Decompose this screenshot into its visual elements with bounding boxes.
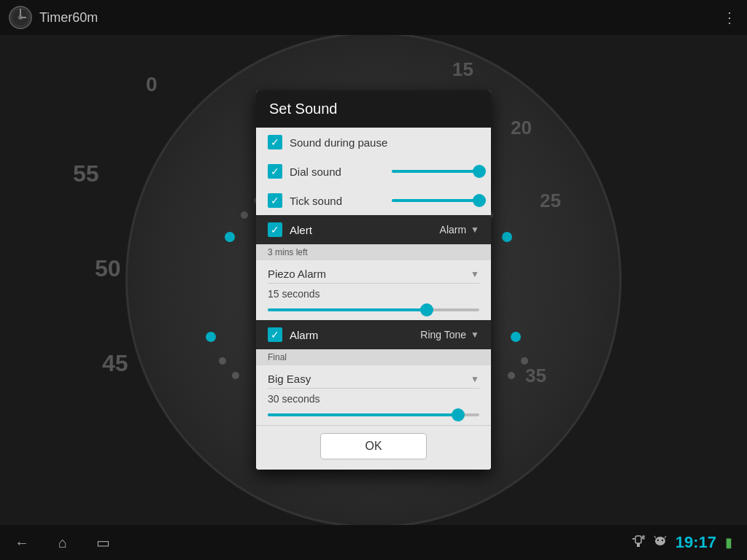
big-easy-arrow-icon: ▼ (471, 374, 479, 384)
dial-sound-slider[interactable] (392, 170, 479, 173)
tick-sound-checkbox[interactable]: ✓ (268, 193, 282, 208)
bottom-nav-icons: ← ⌂ ▭ (15, 534, 110, 551)
top-bar-outer: Timer60m ⋮ (0, 0, 747, 35)
alarm-dropdown-arrow: ▼ (471, 330, 479, 340)
battery-icon: ▮ (725, 534, 732, 551)
big-easy-row[interactable]: Big Easy ▼ (256, 365, 491, 388)
android-icon (654, 534, 667, 551)
checkmark-icon-4: ✓ (271, 224, 279, 236)
svg-point-17 (657, 540, 659, 541)
final-sub-label-text: Final (268, 352, 287, 362)
alarm-duration-text: 30 seconds (268, 393, 479, 405)
alert-dropdown[interactable]: Alarm ▼ (320, 224, 479, 236)
dial-sound-fill (392, 170, 479, 173)
bottom-right-status: 19:17 ▮ (632, 533, 732, 552)
alert-dropdown-value: Alarm (440, 224, 467, 236)
tick-sound-row[interactable]: ✓ Tick sound (256, 186, 491, 215)
alarm-duration-fill (268, 413, 458, 416)
final-sub-label: Final (256, 349, 491, 365)
dial-sound-label: Dial sound (290, 166, 384, 178)
svg-rect-14 (632, 538, 634, 540)
svg-rect-11 (635, 536, 641, 543)
alert-checkbox[interactable]: ✓ (268, 222, 282, 237)
bottom-bar: ← ⌂ ▭ 19:17 ▮ (0, 525, 747, 560)
dial-sound-checkbox[interactable]: ✓ (268, 164, 282, 179)
alert-duration-text: 15 seconds (268, 288, 479, 300)
alarm-section-header: ✓ Alarm Ring Tone ▼ (256, 320, 491, 349)
big-easy-label: Big Easy (268, 373, 311, 385)
overflow-menu-outer[interactable]: ⋮ (722, 9, 738, 26)
svg-line-19 (654, 536, 656, 538)
alert-section-header: ✓ Alert Alarm ▼ (256, 215, 491, 244)
checkmark-icon-3: ✓ (271, 195, 279, 206)
alert-duration-row: 15 seconds (256, 284, 491, 320)
checkmark-icon-5: ✓ (271, 329, 279, 341)
alert-dropdown-arrow: ▼ (471, 225, 479, 235)
alert-duration-slider[interactable] (268, 303, 479, 317)
sound-during-pause-row[interactable]: ✓ Sound during pause (256, 128, 491, 157)
alarm-checkbox[interactable]: ✓ (268, 327, 282, 342)
dial-sound-row[interactable]: ✓ Dial sound (256, 157, 491, 186)
alarm-dropdown[interactable]: Ring Tone ▼ (325, 329, 479, 341)
tick-sound-fill (392, 199, 479, 202)
sound-during-pause-checkbox[interactable]: ✓ (268, 135, 282, 149)
alarm-label: Alarm (290, 329, 318, 341)
app-title-outer: Timer60m (39, 10, 98, 26)
alarm-duration-row: 30 seconds (256, 389, 491, 425)
recents-button[interactable]: ▭ (96, 534, 110, 551)
alarm-dropdown-value: Ring Tone (420, 329, 466, 341)
home-button[interactable]: ⌂ (58, 534, 67, 551)
ok-button[interactable]: OK (320, 433, 426, 459)
checkmark-icon-2: ✓ (271, 166, 279, 177)
checkmark-icon: ✓ (271, 136, 279, 148)
app-icon-outer (9, 6, 32, 29)
alert-duration-fill (268, 308, 427, 311)
tick-sound-label: Tick sound (290, 195, 384, 207)
piezo-alarm-arrow-icon: ▼ (471, 269, 479, 279)
alert-sub-label: 3 mins left (256, 244, 491, 260)
clock-display: 19:17 (676, 533, 716, 552)
tick-sound-thumb[interactable] (473, 194, 486, 207)
sound-during-pause-label: Sound during pause (290, 136, 479, 149)
piezo-alarm-label: Piezo Alarm (268, 268, 326, 280)
piezo-alarm-row[interactable]: Piezo Alarm ▼ (256, 260, 491, 283)
back-button[interactable]: ← (15, 534, 29, 551)
svg-point-16 (655, 537, 665, 545)
alarm-duration-slider[interactable] (268, 408, 479, 422)
svg-line-20 (665, 536, 666, 538)
usb-icon (632, 534, 645, 551)
dial-sound-thumb[interactable] (473, 165, 486, 178)
set-sound-dialog: Set Sound ✓ Sound during pause ✓ Dial so… (256, 90, 491, 470)
dialog-footer: OK (256, 425, 491, 470)
svg-point-18 (662, 540, 663, 541)
alert-label: Alert (290, 224, 312, 236)
tick-sound-slider[interactable] (392, 199, 479, 202)
dialog-content: ✓ Sound during pause ✓ Dial sound ✓ (256, 128, 491, 425)
alert-sub-label-text: 3 mins left (268, 247, 308, 257)
dialog-title: Set Sound (256, 90, 491, 128)
dialog-overlay: Set Sound ✓ Sound during pause ✓ Dial so… (0, 35, 747, 525)
alarm-duration-thumb[interactable] (452, 408, 465, 421)
alert-duration-thumb[interactable] (420, 303, 433, 316)
